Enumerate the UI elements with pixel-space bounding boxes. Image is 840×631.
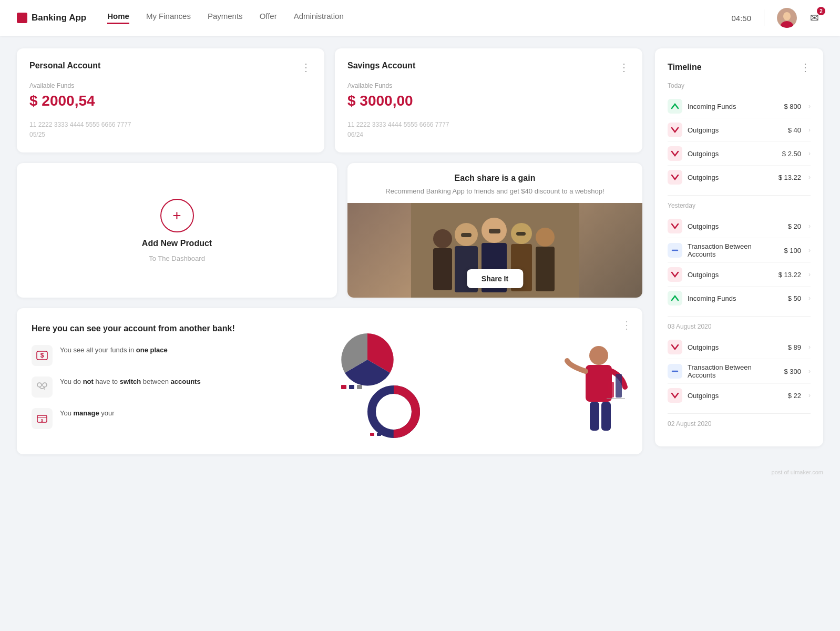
svg-rect-32 bbox=[377, 433, 381, 436]
svg-point-20 bbox=[43, 383, 47, 387]
separator bbox=[668, 195, 811, 196]
outgoing-icon bbox=[668, 146, 682, 161]
savings-funds-label: Available Funds bbox=[347, 82, 630, 89]
personal-account-title: Personal Account bbox=[29, 61, 100, 70]
tl-amount: $ 13.22 bbox=[778, 174, 801, 181]
savings-account-menu[interactable]: ⋮ bbox=[619, 61, 630, 74]
nav-payments[interactable]: Payments bbox=[208, 12, 243, 24]
svg-point-19 bbox=[37, 383, 42, 387]
tl-item[interactable]: Transaction Between Accounts $ 300 › bbox=[668, 359, 811, 384]
chevron-icon: › bbox=[808, 103, 811, 110]
chevron-icon: › bbox=[808, 247, 811, 254]
bank-section-title: Here you can see your account from anoth… bbox=[32, 323, 323, 334]
tl-label: Outgoings bbox=[688, 392, 783, 400]
tl-label: Outgoings bbox=[688, 222, 783, 230]
nav-home[interactable]: Home bbox=[107, 12, 129, 24]
tl-item[interactable]: Transaction Between Accounts $ 100 › bbox=[668, 238, 811, 263]
svg-rect-27 bbox=[357, 385, 362, 389]
share-card: Each share is a gain Recommend Banking A… bbox=[347, 163, 642, 298]
manage-money-icon: $ bbox=[36, 412, 48, 425]
chevron-icon: › bbox=[808, 392, 811, 399]
timeline-title: Timeline bbox=[668, 63, 702, 72]
svg-point-4 bbox=[433, 229, 452, 248]
bank-feature-2: You do not have to switch between accoun… bbox=[32, 376, 323, 398]
svg-rect-38 bbox=[616, 374, 622, 398]
timeline-aug3: 03 August 2020 Outgoings $ 89 › Transact… bbox=[668, 323, 811, 407]
svg-point-33 bbox=[589, 346, 608, 365]
tl-item[interactable]: Outgoings $ 13.22 › bbox=[668, 263, 811, 287]
nav-administration[interactable]: Administration bbox=[294, 12, 344, 24]
accounts-row: Personal Account ⋮ Available Funds $ 200… bbox=[17, 48, 642, 152]
nav-right: 04:50 ✉ 2 bbox=[731, 8, 823, 28]
tl-item[interactable]: Incoming Funds $ 50 › bbox=[668, 287, 811, 310]
tl-label: Incoming Funds bbox=[688, 294, 783, 302]
chevron-icon: › bbox=[808, 222, 811, 230]
tl-item[interactable]: Outgoings $ 13.22 › bbox=[668, 166, 811, 189]
tl-item[interactable]: Outgoings $ 89 › bbox=[668, 335, 811, 359]
tl-amount: $ 13.22 bbox=[778, 271, 801, 279]
yesterday-label: Yesterday bbox=[668, 202, 811, 209]
add-product-button[interactable]: + bbox=[160, 199, 194, 232]
tl-label: Outgoings bbox=[688, 343, 783, 351]
chevron-icon: › bbox=[808, 271, 811, 278]
tl-item[interactable]: Outgoings $ 2.50 › bbox=[668, 142, 811, 166]
notification-badge: 2 bbox=[817, 7, 825, 15]
nav-offer[interactable]: Offer bbox=[260, 12, 277, 24]
timeline-menu[interactable]: ⋮ bbox=[800, 61, 811, 74]
tl-amount: $ 100 bbox=[784, 247, 801, 255]
products-row: + Add New Product To The Dashboard Each … bbox=[17, 163, 642, 298]
add-product-card: + Add New Product To The Dashboard bbox=[17, 163, 337, 298]
bank-feature-text-3: You manage your bbox=[60, 408, 115, 419]
logo[interactable]: Banking App bbox=[17, 13, 86, 23]
savings-expiry: 06/24 bbox=[347, 130, 630, 140]
add-product-title: Add New Product bbox=[142, 239, 212, 248]
outgoing-icon bbox=[668, 267, 682, 282]
chevron-icon: › bbox=[808, 126, 811, 134]
chevron-icon: › bbox=[808, 150, 811, 157]
svg-rect-13 bbox=[536, 247, 555, 291]
nav-myfinances[interactable]: My Finances bbox=[146, 12, 191, 24]
svg-text:$: $ bbox=[40, 352, 44, 359]
tl-amount: $ 20 bbox=[788, 222, 801, 230]
nav-links: Home My Finances Payments Offer Administ… bbox=[107, 12, 731, 24]
svg-rect-31 bbox=[370, 433, 374, 436]
personal-account-menu[interactable]: ⋮ bbox=[301, 61, 312, 74]
timeline-aug2: 02 August 2020 bbox=[668, 420, 811, 428]
nav-divider bbox=[764, 9, 764, 26]
tl-item[interactable]: Incoming Funds $ 800 › bbox=[668, 95, 811, 118]
tl-label: Outgoings bbox=[688, 271, 773, 279]
personal-card-number: 11 2222 3333 4444 5555 6666 7777 bbox=[29, 120, 312, 130]
svg-rect-35 bbox=[590, 402, 599, 431]
tl-amount: $ 50 bbox=[788, 294, 801, 302]
tl-amount: $ 2.50 bbox=[782, 150, 801, 158]
share-card-description: Recommend Banking App to friends and get… bbox=[360, 186, 630, 197]
svg-rect-25 bbox=[341, 385, 346, 389]
tl-item[interactable]: Outgoings $ 40 › bbox=[668, 118, 811, 142]
footer-text: post of uimaker.com bbox=[772, 469, 823, 475]
savings-card-header: Savings Account ⋮ bbox=[347, 61, 630, 74]
bank-feature-1: $ You see all your funds in one place bbox=[32, 345, 323, 366]
footer: post of uimaker.com bbox=[0, 467, 840, 480]
tl-amount: $ 89 bbox=[788, 343, 801, 351]
tl-item[interactable]: Outgoings $ 20 › bbox=[668, 215, 811, 238]
avatar[interactable] bbox=[777, 8, 797, 28]
personal-funds-label: Available Funds bbox=[29, 82, 312, 89]
outgoing-icon bbox=[668, 170, 682, 185]
share-button[interactable]: Share It bbox=[467, 269, 523, 288]
svg-text:$: $ bbox=[41, 418, 44, 423]
tl-item[interactable]: Outgoings $ 22 › bbox=[668, 384, 811, 407]
tl-amount: $ 300 bbox=[784, 368, 801, 375]
timeline-header: Timeline ⋮ bbox=[668, 61, 811, 74]
chevron-icon: › bbox=[808, 294, 811, 302]
today-label: Today bbox=[668, 82, 811, 89]
bank-section-menu[interactable]: ⋮ bbox=[621, 319, 632, 331]
person-illustration bbox=[565, 340, 628, 440]
savings-amount: $ 3000,00 bbox=[347, 93, 630, 109]
savings-account-title: Savings Account bbox=[347, 61, 415, 70]
svg-rect-14 bbox=[461, 233, 472, 237]
plus-icon: + bbox=[172, 207, 181, 224]
separator bbox=[668, 316, 811, 317]
left-column: Personal Account ⋮ Available Funds $ 200… bbox=[17, 48, 642, 454]
notifications-bell[interactable]: ✉ 2 bbox=[805, 9, 823, 27]
outgoing-icon bbox=[668, 219, 682, 233]
